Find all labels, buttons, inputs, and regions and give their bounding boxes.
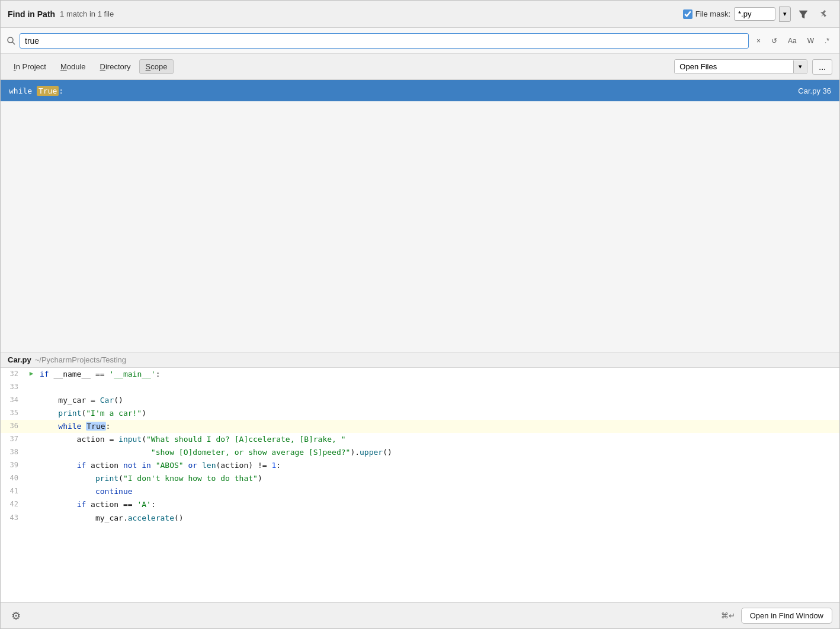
match-case-btn[interactable]: Aa	[784, 34, 801, 47]
table-row: 33	[1, 381, 839, 394]
tab-scope[interactable]: Scope	[139, 59, 174, 74]
line-content: if action == 'A':	[37, 498, 156, 511]
line-content	[37, 381, 44, 394]
line-content: while True:	[37, 420, 110, 433]
line-gutter	[25, 407, 37, 420]
line-gutter	[25, 433, 37, 446]
svg-line-2	[12, 42, 15, 44]
svg-marker-0	[799, 11, 807, 18]
pin-icon-btn[interactable]	[816, 7, 832, 21]
filter-icon-btn[interactable]	[794, 7, 812, 22]
line-number: 36	[1, 420, 25, 433]
result-code-while: while	[9, 86, 37, 95]
line-number: 35	[1, 407, 25, 420]
shortcut-label: ⌘↵	[721, 611, 735, 620]
line-gutter	[25, 381, 37, 394]
tab-module[interactable]: Module	[54, 60, 92, 73]
table-row: 34 my_car = Car()	[1, 394, 839, 407]
scope-select[interactable]: Open Files Project Files All Places	[675, 60, 793, 73]
table-row: 36 while True:	[1, 420, 839, 433]
open-in-find-window-btn[interactable]: Open in Find Window	[741, 608, 832, 624]
regex-btn[interactable]: .*	[820, 34, 833, 47]
line-content: "show [O]dometer, or show average [S]pee…	[37, 446, 392, 459]
tab-in-project[interactable]: In Project	[8, 60, 52, 73]
scope-dropdown[interactable]: Open Files Project Files All Places ▾	[674, 59, 807, 74]
code-filepath: ~/PycharmProjects/Testing	[35, 355, 126, 364]
line-number: 33	[1, 381, 25, 394]
line-content: if action not in "ABOS" or len(action) !…	[37, 459, 281, 472]
result-code-snippet: while True:	[9, 86, 63, 95]
table-row: 32 ▶ if __name__ == '__main__':	[1, 368, 839, 381]
tab-directory[interactable]: Directory	[94, 60, 137, 73]
line-gutter	[25, 485, 37, 498]
line-number: 43	[1, 512, 25, 525]
line-content: my_car.accelerate()	[37, 512, 184, 525]
file-mask-checkbox[interactable]	[683, 9, 692, 19]
line-gutter	[25, 394, 37, 407]
scope-bar: In Project Module Directory Scope Open F…	[1, 54, 839, 80]
file-mask-label: File mask:	[695, 9, 730, 18]
line-gutter: ▶	[25, 368, 37, 381]
table-row: 41 continue	[1, 485, 839, 498]
clear-btn[interactable]: ×	[752, 34, 765, 47]
gear-settings-btn[interactable]: ⚙	[8, 607, 24, 625]
line-gutter	[25, 498, 37, 511]
code-file-header: Car.py ~/PycharmProjects/Testing	[1, 352, 839, 368]
scope-dropdown-arrow-icon: ▾	[793, 60, 807, 73]
panel-title: Find in Path	[8, 9, 55, 19]
filter-icon	[798, 9, 809, 20]
search-bar: × ↺ Aa W .*	[1, 28, 839, 54]
line-content: my_car = Car()	[37, 394, 123, 407]
match-info: 1 match in 1 file	[60, 9, 114, 18]
result-filename: Car.py 36	[798, 86, 831, 95]
find-in-path-panel: Find in Path 1 match in 1 file File mask…	[0, 0, 840, 629]
run-arrow-icon[interactable]: ▶	[30, 368, 34, 380]
line-number: 38	[1, 446, 25, 459]
result-highlight-true: True	[37, 86, 59, 96]
file-mask-input[interactable]	[734, 7, 775, 21]
table-row: 43 my_car.accelerate()	[1, 512, 839, 525]
code-body[interactable]: 32 ▶ if __name__ == '__main__': 33 34 my…	[1, 368, 839, 603]
code-filename: Car.py	[8, 355, 31, 364]
line-gutter	[25, 512, 37, 525]
table-row: 39 if action not in "ABOS" or len(action…	[1, 459, 839, 472]
line-number: 41	[1, 485, 25, 498]
line-number: 34	[1, 394, 25, 407]
line-number: 42	[1, 498, 25, 511]
empty-results-area	[1, 101, 839, 352]
header-bar: Find in Path 1 match in 1 file File mask…	[1, 1, 839, 28]
search-icon	[7, 36, 16, 46]
whole-word-btn[interactable]: W	[803, 34, 818, 47]
pin-icon	[819, 9, 829, 19]
table-row: 37 action = input("What should I do? [A]…	[1, 433, 839, 446]
line-content: action = input("What should I do? [A]cce…	[37, 433, 346, 446]
line-content: if __name__ == '__main__':	[37, 368, 161, 381]
line-gutter	[25, 472, 37, 485]
line-number: 32	[1, 368, 25, 381]
footer-right: ⌘↵ Open in Find Window	[721, 608, 832, 624]
line-number: 39	[1, 459, 25, 472]
table-row: 40 print("I don't know how to do that")	[1, 472, 839, 485]
table-row: 35 print("I'm a car!")	[1, 407, 839, 420]
gear-icon: ⚙	[11, 609, 21, 622]
search-input[interactable]	[20, 33, 749, 49]
line-gutter	[25, 459, 37, 472]
line-content: print("I'm a car!")	[37, 407, 146, 420]
search-tools: × ↺ Aa W .*	[752, 34, 833, 47]
table-row: 42 if action == 'A':	[1, 498, 839, 511]
line-content: print("I don't know how to do that")	[37, 472, 262, 485]
file-mask-dropdown-btn[interactable]: ▾	[779, 7, 791, 22]
table-row: 38 "show [O]dometer, or show average [S]…	[1, 446, 839, 459]
result-code-colon: :	[59, 86, 63, 95]
code-section: Car.py ~/PycharmProjects/Testing 32 ▶ if…	[1, 352, 839, 603]
line-content: continue	[37, 485, 133, 498]
footer-bar: ⚙ ⌘↵ Open in Find Window	[1, 602, 839, 628]
scope-more-btn[interactable]: ...	[812, 59, 832, 75]
svg-point-1	[8, 37, 13, 43]
line-number: 37	[1, 433, 25, 446]
refresh-btn[interactable]: ↺	[767, 34, 781, 47]
file-mask-area: File mask: ▾	[683, 7, 832, 22]
result-header: while True: Car.py 36	[1, 80, 839, 101]
line-number: 40	[1, 472, 25, 485]
file-mask-checkbox-wrap[interactable]: File mask:	[683, 9, 730, 19]
